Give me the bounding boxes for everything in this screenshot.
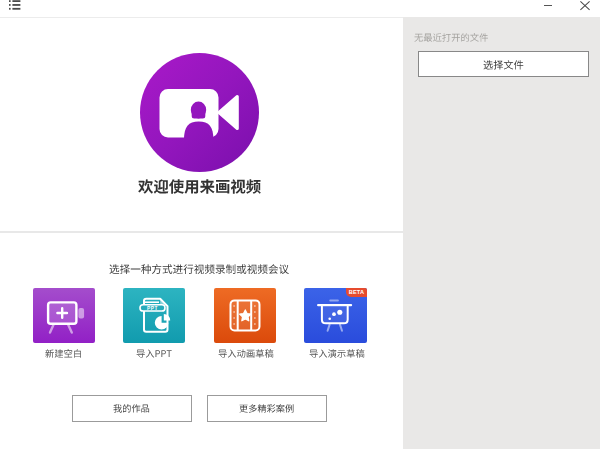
svg-text:PPT: PPT [147, 306, 158, 311]
